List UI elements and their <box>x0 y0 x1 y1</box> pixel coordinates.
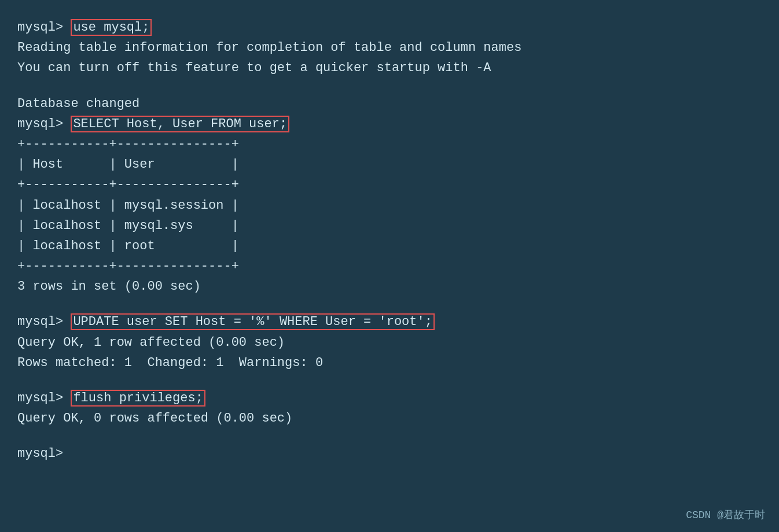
terminal-line: | localhost | mysql.session | <box>17 195 762 216</box>
terminal-line: +-----------+---------------+ <box>17 134 762 154</box>
terminal-line: Database changed <box>17 94 762 114</box>
terminal-line: You can turn off this feature to get a q… <box>17 58 762 78</box>
terminal-prompt-line: mysql> <box>17 444 762 464</box>
terminal-line: +-----------+---------------+ <box>17 175 762 195</box>
terminal-line: | Host | User | <box>17 154 762 175</box>
terminal-line: | localhost | root | <box>17 236 762 256</box>
terminal-line: Query OK, 0 rows affected (0.00 sec) <box>17 408 762 428</box>
command-highlighted: flush privileges; <box>71 390 205 407</box>
mysql-prompt: mysql> <box>17 315 71 329</box>
terminal-line: +-----------+---------------+ <box>17 256 762 276</box>
mysql-prompt: mysql> <box>17 20 71 35</box>
terminal-line: Reading table information for completion… <box>17 38 762 58</box>
line-gap <box>17 373 762 388</box>
terminal-command-line: mysql> flush privileges; <box>17 388 762 408</box>
terminal-line: Rows matched: 1 Changed: 1 Warnings: 0 <box>17 353 762 373</box>
terminal-command-line: mysql> use mysql; <box>17 17 762 38</box>
command-highlighted: use mysql; <box>71 19 152 36</box>
terminal-window: mysql> use mysql;Reading table informati… <box>0 0 779 532</box>
mysql-prompt: mysql> <box>17 446 71 461</box>
line-gap <box>17 79 762 94</box>
mysql-prompt: mysql> <box>17 391 71 405</box>
mysql-prompt: mysql> <box>17 117 71 131</box>
terminal-line: 3 rows in set (0.00 sec) <box>17 276 762 297</box>
watermark: CSDN @君故于时 <box>686 508 765 522</box>
command-highlighted: SELECT Host, User FROM user; <box>71 116 289 132</box>
terminal-command-line: mysql> UPDATE user SET Host = '%' WHERE … <box>17 312 762 332</box>
command-highlighted: UPDATE user SET Host = '%' WHERE User = … <box>71 313 435 330</box>
terminal-line: Query OK, 1 row affected (0.00 sec) <box>17 332 762 353</box>
line-gap <box>17 428 762 444</box>
line-gap <box>17 297 762 312</box>
terminal-command-line: mysql> SELECT Host, User FROM user; <box>17 114 762 134</box>
terminal-line: | localhost | mysql.sys | <box>17 216 762 236</box>
